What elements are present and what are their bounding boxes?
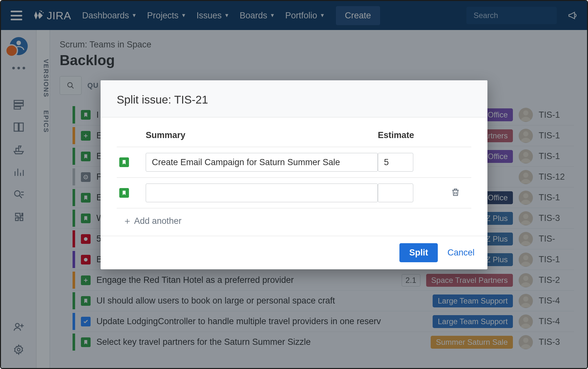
split-issue-modal: Split issue: TIS-21 Summary Estimate Add… (101, 80, 487, 269)
column-estimate: Estimate (378, 130, 446, 140)
column-summary: Summary (146, 130, 378, 140)
issue-type-icon (119, 188, 129, 198)
cancel-button[interactable]: Cancel (447, 248, 475, 258)
split-button[interactable]: Split (399, 243, 438, 262)
trash-icon[interactable] (451, 187, 460, 197)
split-row (117, 178, 471, 208)
split-row (117, 147, 471, 178)
summary-input[interactable] (146, 184, 378, 202)
summary-input[interactable] (146, 153, 378, 172)
plus-icon (124, 218, 131, 225)
issue-type-icon (119, 157, 129, 167)
estimate-input[interactable] (378, 153, 413, 172)
add-another-label: Add another (134, 216, 181, 226)
add-another-button[interactable]: Add another (117, 208, 471, 226)
modal-overlay[interactable]: Split issue: TIS-21 Summary Estimate Add… (1, 1, 587, 368)
estimate-input[interactable] (378, 184, 413, 202)
modal-title: Split issue: TIS-21 (117, 93, 471, 106)
